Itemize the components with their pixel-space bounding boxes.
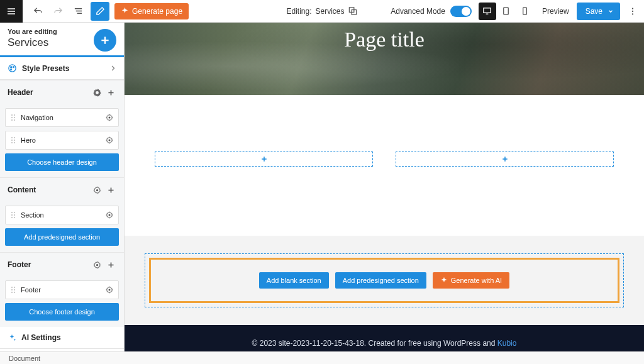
page-swap-icon[interactable] bbox=[348, 6, 358, 16]
add-predesigned-section-canvas-button[interactable]: Add predesigned section bbox=[335, 272, 426, 289]
content-section-header: Content bbox=[0, 177, 124, 202]
add-predesigned-section-button[interactable]: Add predesigned section bbox=[5, 228, 119, 246]
device-tablet-button[interactable] bbox=[497, 3, 515, 20]
save-button[interactable]: Save bbox=[577, 3, 620, 20]
header-add-button[interactable] bbox=[105, 87, 116, 98]
editing-indicator: Editing: Services bbox=[286, 6, 357, 16]
content-add-button[interactable] bbox=[105, 184, 116, 196]
content-section-title: Content bbox=[8, 185, 36, 194]
status-bar: Document bbox=[0, 351, 644, 364]
content-item-section[interactable]: Section bbox=[5, 206, 119, 224]
footer-link[interactable]: Kubio bbox=[497, 339, 517, 348]
plus-icon bbox=[107, 186, 115, 194]
drag-handle-icon bbox=[11, 136, 16, 144]
redo-button[interactable] bbox=[49, 3, 67, 20]
sparkle-icon bbox=[121, 7, 129, 15]
svg-point-16 bbox=[11, 119, 13, 121]
generate-with-ai-button[interactable]: Generate with AI bbox=[433, 272, 509, 289]
outline-button[interactable] bbox=[69, 3, 87, 20]
svg-point-29 bbox=[11, 214, 13, 216]
choose-footer-design-button[interactable]: Choose footer design bbox=[5, 303, 119, 321]
svg-point-5 bbox=[632, 8, 633, 9]
advanced-mode-label: Advanced Mode bbox=[391, 7, 445, 16]
svg-point-38 bbox=[14, 289, 15, 290]
svg-point-27 bbox=[11, 212, 13, 213]
hero-title[interactable]: Page title bbox=[344, 28, 424, 52]
svg-point-36 bbox=[14, 287, 15, 288]
device-desktop-button[interactable] bbox=[479, 3, 496, 20]
ai-settings-row[interactable]: AI Settings bbox=[0, 327, 124, 349]
gear-icon bbox=[106, 136, 113, 144]
svg-point-35 bbox=[11, 287, 13, 288]
item-settings-button[interactable] bbox=[106, 136, 113, 144]
plus-icon bbox=[99, 35, 111, 46]
svg-point-37 bbox=[11, 289, 13, 290]
mobile-icon bbox=[520, 6, 530, 16]
insert-dropzone[interactable]: Add blank section Add predesigned sectio… bbox=[145, 253, 624, 307]
add-blank-section-button[interactable]: Add blank section bbox=[259, 272, 329, 289]
svg-point-32 bbox=[14, 217, 15, 218]
insert-section-area: Add blank section Add predesigned sectio… bbox=[125, 236, 644, 325]
svg-rect-3 bbox=[504, 8, 509, 14]
add-block-fab[interactable] bbox=[94, 29, 116, 52]
generate-page-button[interactable]: Generate page bbox=[114, 3, 189, 19]
save-label: Save bbox=[586, 7, 602, 16]
footer-item-footer[interactable]: Footer bbox=[5, 280, 119, 299]
drag-handle-icon bbox=[11, 286, 16, 294]
hamburger-icon bbox=[6, 6, 16, 16]
footer-section-body: Footer Choose footer design bbox=[0, 277, 124, 327]
page-footer-block[interactable]: © 2023 site-2023-11-20-15-43-18. Created… bbox=[125, 325, 644, 351]
plus-icon bbox=[501, 155, 509, 163]
dots-vertical-icon bbox=[628, 7, 637, 16]
editor-canvas[interactable]: Page title Add blank section Add predesi… bbox=[125, 23, 644, 351]
item-settings-button[interactable] bbox=[106, 211, 113, 219]
content-settings-button[interactable] bbox=[91, 184, 103, 196]
footer-section-title: Footer bbox=[8, 260, 31, 269]
editing-value: Services bbox=[316, 7, 345, 16]
choose-header-design-button[interactable]: Choose header design bbox=[5, 153, 119, 171]
header-settings-button[interactable] bbox=[91, 87, 103, 98]
more-options-button[interactable] bbox=[624, 3, 641, 20]
device-mobile-button[interactable] bbox=[516, 3, 534, 20]
svg-point-21 bbox=[11, 140, 13, 141]
header-item-hero[interactable]: Hero bbox=[5, 131, 119, 150]
outline-icon bbox=[74, 6, 83, 16]
svg-point-40 bbox=[14, 292, 15, 293]
sparkle-icon bbox=[440, 277, 448, 284]
main-menu-button[interactable] bbox=[0, 0, 23, 23]
column-add-slot-right[interactable] bbox=[396, 152, 614, 167]
svg-point-24 bbox=[14, 142, 15, 143]
column-add-slot-left[interactable] bbox=[155, 152, 373, 167]
svg-point-30 bbox=[14, 214, 15, 216]
tablet-icon bbox=[501, 6, 511, 16]
advanced-mode-toggle[interactable] bbox=[450, 6, 472, 17]
svg-point-39 bbox=[11, 292, 13, 293]
svg-point-25 bbox=[109, 140, 111, 141]
generate-page-label: Generate page bbox=[132, 7, 182, 16]
svg-point-19 bbox=[11, 137, 13, 138]
item-label: Hero bbox=[21, 136, 36, 144]
hero-block[interactable]: Page title bbox=[125, 23, 644, 95]
item-settings-button[interactable] bbox=[106, 114, 113, 121]
drag-handle-icon bbox=[11, 211, 16, 219]
plus-icon bbox=[107, 89, 115, 97]
sparkle-icon bbox=[8, 333, 16, 342]
footer-add-button[interactable] bbox=[105, 259, 116, 270]
header-item-navigation[interactable]: Navigation bbox=[5, 108, 119, 127]
footer-settings-button[interactable] bbox=[91, 259, 103, 270]
preview-link[interactable]: Preview bbox=[542, 7, 569, 16]
undo-button[interactable] bbox=[29, 3, 47, 20]
style-presets-row[interactable]: Style Presets bbox=[0, 57, 124, 80]
gear-icon bbox=[106, 286, 113, 294]
pencil-icon bbox=[96, 6, 105, 16]
page-settings-row[interactable]: Page Settings bbox=[0, 349, 124, 351]
content-section-body: Section Add predesigned section bbox=[0, 202, 124, 252]
svg-rect-4 bbox=[523, 8, 527, 14]
edit-mode-button[interactable] bbox=[91, 2, 109, 21]
svg-point-17 bbox=[14, 119, 15, 121]
chevron-right-icon bbox=[109, 65, 116, 72]
svg-point-12 bbox=[11, 114, 13, 116]
breadcrumb[interactable]: Document bbox=[9, 355, 40, 362]
item-settings-button[interactable] bbox=[106, 286, 113, 294]
section-columns[interactable] bbox=[125, 95, 644, 236]
